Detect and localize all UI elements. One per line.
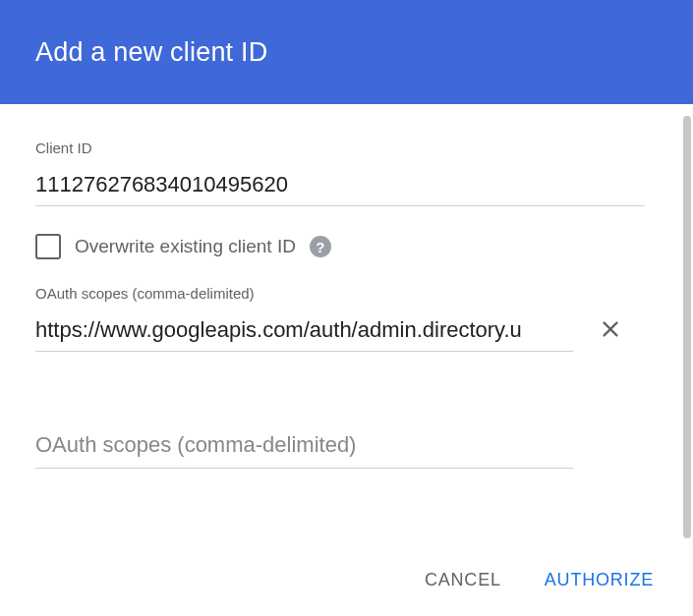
client-id-input[interactable] <box>35 168 645 206</box>
scope-row <box>35 313 658 352</box>
client-id-field-group: Client ID <box>35 140 658 206</box>
oauth-scopes-label: OAuth scopes (comma-delimited) <box>35 285 658 302</box>
dialog-title: Add a new client ID <box>35 37 267 68</box>
dialog-footer: CANCEL AUTHORIZE <box>421 564 658 596</box>
add-oauth-scope-input[interactable] <box>35 428 573 469</box>
oauth-scopes-field-group: OAuth scopes (comma-delimited) <box>35 285 658 352</box>
remove-scope-button[interactable] <box>599 317 622 341</box>
help-icon[interactable]: ? <box>310 236 331 257</box>
cancel-button[interactable]: CANCEL <box>421 564 505 596</box>
add-scope-field-group <box>35 428 658 469</box>
scope-input-wrap <box>35 313 573 352</box>
oauth-scope-input[interactable] <box>35 313 573 352</box>
overwrite-label: Overwrite existing client ID <box>75 236 296 257</box>
overwrite-row: Overwrite existing client ID ? <box>35 234 658 259</box>
client-id-label: Client ID <box>35 140 658 156</box>
scrollbar[interactable] <box>683 116 691 538</box>
overwrite-checkbox[interactable] <box>35 234 61 259</box>
authorize-button[interactable]: AUTHORIZE <box>541 564 658 596</box>
close-icon <box>600 318 621 340</box>
dialog-content: Client ID Overwrite existing client ID ?… <box>0 104 693 469</box>
dialog-header: Add a new client ID <box>0 0 693 104</box>
